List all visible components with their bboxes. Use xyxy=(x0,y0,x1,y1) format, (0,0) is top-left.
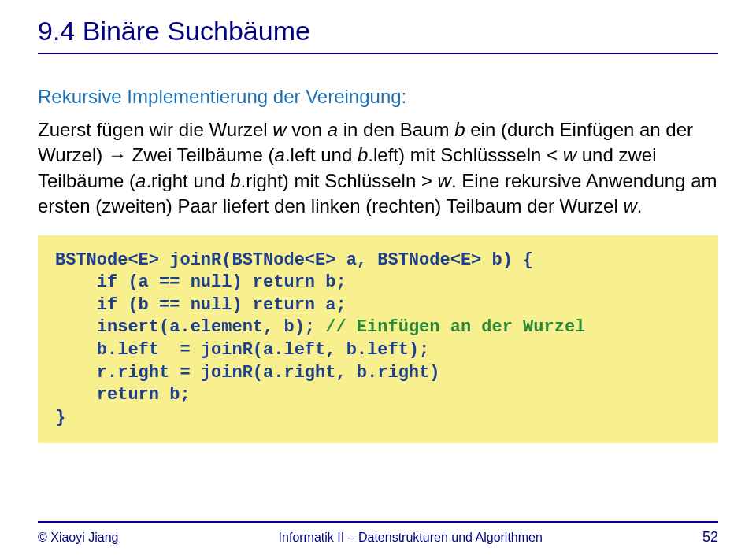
code-line: if (b == null) return a; xyxy=(55,295,346,315)
body-paragraph: Zuerst fügen wir die Wurzel w von a in d… xyxy=(38,117,718,220)
var-w: w xyxy=(438,170,451,191)
text: .left und xyxy=(285,144,358,165)
slide-footer: © Xiaoyi Jiang Informatik II – Datenstru… xyxy=(0,521,756,546)
code-line: return b; xyxy=(55,385,191,405)
text: .right und xyxy=(146,170,230,191)
slide-container: 9.4 Binäre Suchbäume Rekursive Implement… xyxy=(0,0,756,555)
footer-divider xyxy=(38,521,718,523)
heading-underline xyxy=(38,53,718,54)
var-a: a xyxy=(135,170,146,191)
section-heading: 9.4 Binäre Suchbäume xyxy=(38,16,718,51)
text: .left) mit Schlüssseln < xyxy=(368,144,562,165)
footer-page-number: 52 xyxy=(702,529,718,546)
var-w: w xyxy=(272,119,286,140)
var-b: b xyxy=(230,170,240,191)
subtitle: Rekursive Implementierung der Vereingung… xyxy=(38,86,718,108)
code-block: BSTNode<E> joinR(BSTNode<E> a, BSTNode<E… xyxy=(38,235,718,444)
var-w: w xyxy=(563,144,576,165)
text: Zwei Teilbäume ( xyxy=(127,144,275,165)
code-line: if (a == null) return b; xyxy=(55,272,346,292)
text: . xyxy=(637,195,643,216)
arrow-icon: → xyxy=(108,144,127,165)
code-line: b.left = joinR(a.left, b.left); xyxy=(55,340,429,360)
code-content: BSTNode<E> joinR(BSTNode<E> a, BSTNode<E… xyxy=(55,250,701,430)
code-comment: // Einfügen an der Wurzel xyxy=(325,317,585,337)
text: von xyxy=(287,119,328,140)
code-line: BSTNode<E> joinR(BSTNode<E> a, BSTNode<E… xyxy=(55,250,533,270)
var-b: b xyxy=(454,119,465,140)
text: in den Baum xyxy=(338,119,454,140)
var-a: a xyxy=(328,119,338,140)
footer-title: Informatik II – Datenstrukturen und Algo… xyxy=(119,531,702,545)
var-w: w xyxy=(623,195,636,216)
code-line: } xyxy=(55,408,65,427)
var-b: b xyxy=(358,144,368,165)
code-line: insert(a.element, b); xyxy=(55,317,325,337)
text: Zuerst fügen wir die Wurzel xyxy=(38,119,272,140)
text: .right) mit Schlüsseln > xyxy=(241,170,438,191)
code-line: r.right = joinR(a.right, b.right) xyxy=(55,363,439,383)
footer-author: © Xiaoyi Jiang xyxy=(38,531,119,545)
footer-content: © Xiaoyi Jiang Informatik II – Datenstru… xyxy=(38,529,718,546)
var-a: a xyxy=(275,144,285,165)
